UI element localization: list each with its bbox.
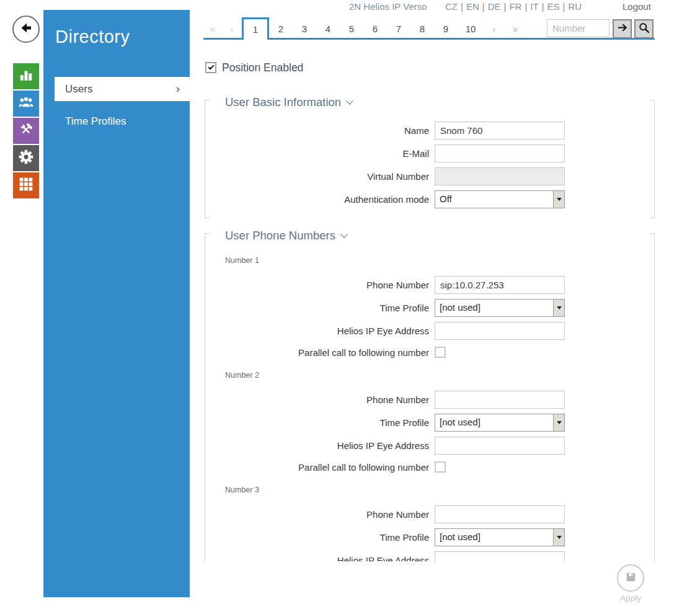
time-profile-row: Time Profile [not used] — [205, 528, 655, 546]
parallel-call-label: Parallel call to following number — [205, 345, 429, 360]
number-2-heading: Number 2 — [225, 371, 259, 380]
lang-it[interactable]: IT — [530, 1, 538, 12]
position-enabled-label: Position Enabled — [222, 61, 303, 74]
back-button[interactable] — [12, 16, 40, 43]
selected-value: Off — [435, 191, 553, 208]
page-10[interactable]: 10 — [458, 17, 484, 40]
page-2[interactable]: 2 — [269, 17, 293, 40]
right-arrow-icon — [616, 22, 628, 36]
go-to-number-button[interactable] — [613, 19, 632, 38]
search-button[interactable] — [634, 19, 653, 38]
page-next[interactable]: › — [484, 17, 505, 40]
email-input[interactable] — [435, 144, 565, 162]
separator: | — [560, 1, 569, 12]
page-last[interactable]: » — [505, 17, 526, 40]
parallel-call-1-checkbox[interactable] — [435, 347, 446, 358]
time-profile-row: Time Profile [not used] — [205, 299, 655, 317]
page-5[interactable]: 5 — [340, 17, 363, 40]
name-label: Name — [205, 122, 429, 140]
page-8[interactable]: 8 — [410, 17, 434, 40]
page-4[interactable]: 4 — [316, 17, 340, 40]
page-first[interactable]: « — [203, 17, 222, 40]
eye-address-label: Helios IP Eye Address — [205, 551, 429, 561]
phone-number-label: Phone Number — [205, 391, 429, 409]
users-icon — [18, 94, 34, 113]
dropdown-arrow-icon — [553, 414, 564, 431]
product-title: 2N Helios IP Verso — [349, 1, 427, 12]
position-enabled-checkbox[interactable] — [205, 62, 216, 73]
section-user-phone-numbers: User Phone Numbers Number 1 Phone Number… — [205, 231, 655, 561]
save-floppy-icon — [625, 571, 637, 585]
phone-number-row: Phone Number — [205, 505, 655, 523]
sidebar-tab-status[interactable] — [13, 63, 39, 89]
chevron-down-icon — [340, 231, 347, 238]
page-1-active[interactable]: 1 — [242, 17, 269, 40]
sidebar-tab-hardware[interactable] — [13, 118, 39, 144]
eye-address-1-input[interactable] — [435, 322, 565, 340]
main-content: Position Enabled User Basic Information … — [203, 56, 655, 561]
sidebar-tab-directory[interactable] — [13, 91, 39, 117]
lang-de[interactable]: DE — [488, 1, 501, 12]
authentication-mode-select[interactable]: Off — [435, 190, 565, 208]
time-profile-3-select[interactable]: [not used] — [435, 528, 565, 546]
dropdown-arrow-icon — [553, 529, 564, 546]
lang-fr[interactable]: FR — [509, 1, 521, 12]
chevron-right-icon: › — [176, 77, 180, 100]
phone-number-1-input[interactable] — [435, 276, 565, 294]
parallel-call-row: Parallel call to following number — [205, 345, 655, 360]
tools-icon — [18, 122, 34, 140]
separator: | — [501, 1, 510, 12]
name-input[interactable] — [435, 122, 565, 140]
dropdown-arrow-icon — [553, 300, 564, 316]
page-title: Directory — [55, 27, 130, 47]
name-row: Name — [205, 122, 655, 140]
sidebar-item-time-profiles[interactable]: Time Profiles — [65, 115, 126, 128]
eye-address-3-input[interactable] — [435, 551, 565, 561]
bar-chart-icon — [19, 68, 33, 85]
page-3[interactable]: 3 — [293, 17, 316, 40]
sidebar-item-users[interactable]: Users › — [55, 77, 190, 101]
page-prev[interactable]: ‹ — [222, 17, 242, 40]
parallel-call-label: Parallel call to following number — [205, 460, 429, 475]
lang-cz[interactable]: CZ — [445, 1, 458, 12]
dropdown-arrow-icon — [553, 191, 564, 208]
parallel-call-2-checkbox[interactable] — [435, 461, 446, 473]
eye-address-label: Helios IP Eye Address — [205, 322, 429, 340]
time-profile-2-select[interactable]: [not used] — [435, 414, 565, 432]
section-user-basic-information: User Basic Information Name E-Mail Virtu… — [205, 98, 655, 218]
time-profile-row: Time Profile [not used] — [205, 414, 655, 432]
page-6[interactable]: 6 — [363, 17, 387, 40]
email-row: E-Mail — [205, 144, 655, 162]
lang-es[interactable]: ES — [547, 1, 560, 12]
selected-value: [not used] — [435, 529, 553, 546]
sidebar-tab-services[interactable] — [13, 145, 39, 171]
sidebar-tab-system[interactable] — [13, 172, 39, 198]
lang-en[interactable]: EN — [466, 1, 479, 12]
back-arrow-icon — [19, 20, 33, 38]
phone-number-row: Phone Number — [205, 276, 655, 294]
separator: | — [521, 1, 530, 12]
number-search-input[interactable] — [547, 19, 609, 37]
language-switcher: CZ|EN|DE|FR|IT|ES|RU — [445, 1, 582, 12]
time-profile-label: Time Profile — [205, 528, 429, 546]
gear-icon — [18, 149, 34, 167]
section-title: User Basic Information — [225, 96, 341, 109]
section-panel: Directory Users › Time Profiles — [43, 10, 190, 597]
apply-button[interactable]: Apply — [616, 564, 645, 603]
separator: | — [539, 1, 547, 12]
phone-number-3-input[interactable] — [435, 505, 565, 523]
eye-address-2-input[interactable] — [435, 437, 565, 455]
apply-button-circle[interactable] — [617, 564, 644, 592]
page-9[interactable]: 9 — [434, 17, 458, 40]
number-1-heading: Number 1 — [225, 256, 259, 265]
time-profile-1-select[interactable]: [not used] — [435, 299, 565, 317]
phone-number-row: Phone Number — [205, 391, 655, 409]
section-heading: User Phone Numbers — [225, 229, 347, 242]
lang-ru[interactable]: RU — [568, 1, 582, 12]
phone-number-2-input[interactable] — [435, 391, 565, 409]
time-profile-label: Time Profile — [205, 299, 429, 317]
selected-value: [not used] — [435, 414, 553, 431]
logout-link[interactable]: Logout — [622, 1, 651, 12]
page-7[interactable]: 7 — [387, 17, 410, 40]
separator: | — [458, 1, 466, 12]
